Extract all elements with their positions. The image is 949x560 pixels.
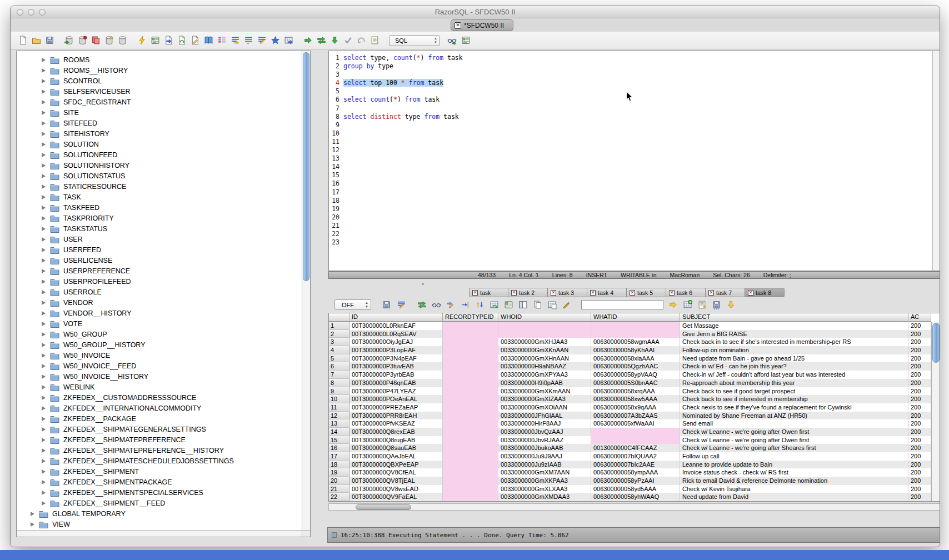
filter-results-icon[interactable]	[396, 299, 407, 310]
disclosure-triangle-icon[interactable]	[42, 142, 46, 147]
result-tab-task-6[interactable]: ✕task 6	[666, 288, 706, 297]
result-tab-task-3[interactable]: ✕task 3	[548, 288, 587, 297]
cell-subject[interactable]: Get Massage	[680, 322, 908, 330]
cell-id[interactable]: 00T3000000L0RknEAF	[349, 322, 443, 330]
cell-whoid[interactable]: 0033000000GmXPYAA3	[498, 371, 591, 379]
disclosure-triangle-icon[interactable]	[42, 311, 46, 316]
grid-hscrollbar-thumb[interactable]	[356, 504, 411, 510]
table-row[interactable]: 600T3000000P3tuvEAB0033000000H9aNBAAZ006…	[329, 362, 940, 371]
cell-recordtypeid[interactable]	[443, 493, 498, 501]
disclosure-triangle-icon[interactable]	[42, 374, 46, 379]
disclosure-triangle-icon[interactable]	[42, 469, 46, 474]
cell-subject[interactable]: Nominated by Shane Freeman at ANZ (HR50)	[680, 412, 908, 420]
cell-whatid[interactable]: 00630000007A3bZAAS	[591, 412, 680, 420]
cell-whatid[interactable]: 006300000058ypVAAQ	[591, 371, 680, 379]
cell-subject[interactable]: Need update from David	[680, 493, 908, 501]
new-document-icon[interactable]	[18, 35, 28, 46]
cell-whoid[interactable]: 0033000000JbvRJAAZ	[498, 436, 591, 444]
disclosure-triangle-icon[interactable]	[42, 174, 46, 178]
download-results-icon[interactable]	[726, 299, 736, 310]
cell-recordtypeid[interactable]	[443, 477, 498, 485]
cell-subject[interactable]: Invoice status check - check w/ RS first	[680, 468, 908, 477]
cell-whoid[interactable]: 0033000000Ju9zIAAB	[498, 461, 591, 469]
disclosure-triangle-icon[interactable]	[42, 396, 46, 400]
disclosure-triangle-icon[interactable]	[42, 301, 46, 305]
disclosure-triangle-icon[interactable]	[42, 406, 46, 411]
cell-whoid[interactable]: 0033000000GmXKmAAN	[498, 387, 591, 396]
cell-subject[interactable]: Follow-up on nomination	[680, 346, 908, 354]
disclosure-triangle-icon[interactable]	[42, 153, 46, 157]
view-notes-icon[interactable]	[369, 35, 380, 46]
cell-whatid[interactable]: 006300000058x9qAAA	[591, 403, 680, 412]
copy-rows-icon[interactable]	[532, 299, 543, 310]
cell-subject[interactable]: Leanne to provide update to Bain	[680, 461, 908, 469]
tree-item-userprofilefeed[interactable]: USERPROFILEFEED	[17, 276, 310, 287]
cell-whatid[interactable]: 006300000058ympAAA	[591, 468, 680, 477]
table-row[interactable]: 300T3000000OiyJgEAJ0033000000GmXHJAA3006…	[329, 338, 940, 346]
tree-item-zkfedex-shipmentpackage[interactable]: ZKFEDEX__SHIPMENTPACKAGE	[17, 477, 310, 487]
cell-id[interactable]: 00T3000000QAeJbEAL	[349, 452, 443, 461]
cell-whatid[interactable]: 006300000058yPzAAI	[591, 477, 680, 485]
save-table-icon[interactable]	[711, 299, 722, 310]
cell-whoid[interactable]: 0033000000H9aNBAAZ	[498, 362, 591, 371]
execute-forward-icon[interactable]	[303, 35, 313, 46]
cell-id[interactable]: 00T3000000QBXPeEAP	[349, 461, 443, 469]
cell-recordtypeid[interactable]	[443, 403, 498, 412]
disconnect-database-icon[interactable]	[77, 35, 88, 46]
describe-form-icon[interactable]	[150, 35, 161, 46]
cell-recordtypeid[interactable]	[443, 485, 498, 493]
cell-ac[interactable]: 200	[908, 395, 931, 403]
tree-item-userpreference[interactable]: USERPREFERENCE	[17, 266, 310, 276]
cell-ac[interactable]: 200	[908, 362, 931, 371]
tree-item-sfdc-registrant[interactable]: SFDC_REGISTRANT	[17, 97, 310, 107]
cell-whatid[interactable]: 006300000058yKhAAI	[591, 346, 680, 354]
cell-ac[interactable]: 200	[908, 412, 931, 420]
cell-subject[interactable]: Check w/ Leanne - we're going after Owen…	[680, 436, 908, 444]
result-tab-task-8[interactable]: ✕task 8	[745, 288, 785, 297]
sidebar-scrollbar-thumb[interactable]	[303, 52, 309, 281]
column-header-id[interactable]: ID	[349, 313, 443, 322]
go-next-icon[interactable]	[668, 299, 678, 310]
re-execute-icon[interactable]	[316, 35, 327, 46]
row-limit-select[interactable]: OFF▲▼	[334, 299, 371, 310]
cell-subject[interactable]: Check nexis to see if they've found a re…	[680, 403, 908, 412]
cell-ac[interactable]: 200	[908, 461, 931, 469]
cell-id[interactable]: 00T3000000L0RqSEAV	[349, 330, 443, 338]
edit-notes-icon[interactable]	[697, 299, 707, 310]
disclosure-triangle-icon[interactable]	[42, 227, 46, 231]
table-row[interactable]: 1700T3000000QAeJbEAL0033000000Ju9J9AAJ00…	[329, 452, 940, 461]
column-header-whatid[interactable]: WHATID	[591, 313, 680, 322]
cell-recordtypeid[interactable]	[443, 395, 498, 403]
disclosure-triangle-icon[interactable]	[42, 438, 46, 442]
table-row[interactable]: 800T3000000P46qnEAB0033000000H9i0pAAB006…	[329, 379, 940, 387]
tree-item-w50-group-history[interactable]: W50_GROUP__HISTORY	[17, 339, 310, 350]
cell-whatid[interactable]: 00630000005xfWaAAI	[591, 419, 680, 428]
disclosure-triangle-icon[interactable]	[42, 427, 46, 432]
tree-item-rooms-history[interactable]: ROOMS__HISTORY	[17, 65, 310, 76]
table-row[interactable]: 1200T3000000PRR8rEAH0033000000JFhGlAAL00…	[329, 412, 940, 420]
tree-item-zkfedex-shipmatescheduledjobssettings[interactable]: ZKFEDEX__SHIPMATESCHEDULEDJOBSSETTINGS	[17, 456, 310, 466]
tree-item-zkfedex-shipmatepreference[interactable]: ZKFEDEX__SHIPMATEPREFERENCE	[17, 434, 310, 445]
disclosure-triangle-icon[interactable]	[42, 248, 46, 252]
result-tab-task[interactable]: ✕task	[469, 288, 508, 297]
tree-item-scontrol[interactable]: SCONTROL	[17, 76, 310, 86]
cell-id[interactable]: 00T3000000P3N4pEAF	[349, 354, 443, 363]
cell-ac[interactable]: 200	[908, 330, 931, 338]
cell-whoid[interactable]: 0033000000GmXLXAA3	[498, 485, 591, 493]
disclosure-triangle-icon[interactable]	[42, 58, 46, 62]
editor-scrollbar[interactable]	[932, 51, 940, 271]
execute-down-icon[interactable]	[329, 35, 340, 46]
disclosure-triangle-icon[interactable]	[31, 522, 34, 527]
cell-id[interactable]: 00T3000000P46qnEAB	[349, 379, 443, 387]
table-row[interactable]: 1100T3000000PREZaEAP0033000000GmXOiAAN00…	[329, 403, 940, 412]
cell-id[interactable]: 00T3000000PREZaEAP	[349, 403, 443, 412]
cell-whoid[interactable]: 0033000000JFhGlAAL	[498, 412, 591, 420]
cell-id[interactable]: 00T3000000P47LYEAZ	[349, 387, 443, 396]
tree-item-zkfedex-package[interactable]: ZKFEDEX__PACKAGE	[17, 413, 310, 424]
cell-whoid[interactable]: 0033000000GmXMDAA3	[498, 493, 591, 501]
disclosure-triangle-icon[interactable]	[42, 448, 46, 453]
cell-subject[interactable]: Rick to email David & reference Delmonte…	[680, 477, 908, 485]
tree-item-zkfedex-shipment-feed[interactable]: ZKFEDEX__SHIPMENT__FEED	[17, 498, 310, 508]
cell-recordtypeid[interactable]	[443, 436, 498, 444]
table-row[interactable]: 1900T3000000QV8CfEAL0033000000GmXM7AAN00…	[329, 468, 940, 477]
